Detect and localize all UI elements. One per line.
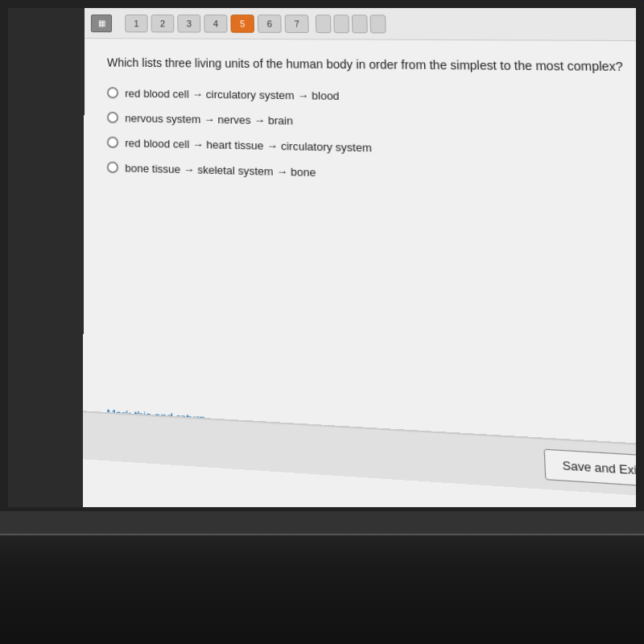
option-b-text: nervous system → nerves → brain [125,111,293,129]
radio-b[interactable] [107,111,118,123]
tab-extra-4[interactable] [369,14,386,33]
screen: ▦ 1 2 3 4 5 6 7 Which lists three living… [8,8,636,507]
tab-3[interactable]: 3 [177,14,200,32]
tab-2[interactable]: 2 [151,14,175,32]
question-text: Which lists three living units of the hu… [107,55,636,76]
bottom-bar: Save and Exit [83,411,636,500]
tab-1[interactable]: 1 [125,14,147,32]
radio-d[interactable] [107,162,118,174]
monitor: ▦ 1 2 3 4 5 6 7 Which lists three living… [0,0,644,644]
tab-extra-1[interactable] [316,14,332,33]
option-c-text: red blood cell → heart tissue → circulat… [125,136,372,156]
option-d[interactable]: bone tissue → skeletal system → bone [107,161,636,190]
monitor-top-strip [0,511,644,535]
option-d-text: bone tissue → skeletal system → bone [125,161,316,181]
toolbar: ▦ 1 2 3 4 5 6 7 [85,8,636,41]
option-b[interactable]: nervous system → nerves → brain [107,110,636,134]
option-a-text: red blood cell → circulatory system → bl… [125,86,340,104]
screen-content: ▦ 1 2 3 4 5 6 7 Which lists three living… [83,8,636,507]
tab-7[interactable]: 7 [285,14,309,33]
tab-extra-3[interactable] [352,14,368,33]
save-exit-button[interactable]: Save and Exit [543,449,636,488]
radio-a[interactable] [107,87,118,98]
option-a[interactable]: red blood cell → circulatory system → bl… [107,86,636,109]
radio-c[interactable] [107,136,118,148]
calculator-icon[interactable]: ▦ [91,14,112,32]
tab-6[interactable]: 6 [258,14,282,33]
tab-4[interactable]: 4 [204,14,227,33]
tab-extra-2[interactable] [333,14,349,33]
question-area: Which lists three living units of the hu… [84,39,636,210]
option-c[interactable]: red blood cell → heart tissue → circulat… [107,135,636,162]
tab-5[interactable]: 5 [230,14,254,33]
monitor-bezel: DELL [0,511,644,644]
